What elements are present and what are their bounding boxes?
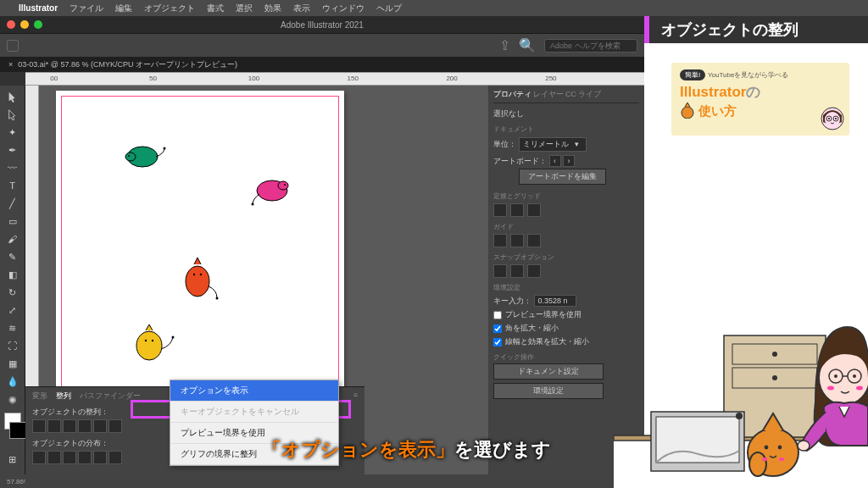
menu-view[interactable]: 表示 bbox=[293, 3, 310, 14]
blend-tool[interactable]: ◉ bbox=[3, 391, 22, 407]
snap-pixel-icon[interactable] bbox=[527, 264, 541, 278]
svg-point-15 bbox=[172, 336, 175, 339]
grid-icon[interactable] bbox=[510, 203, 524, 217]
distribute-top-icon[interactable] bbox=[32, 451, 46, 464]
align-left-icon[interactable] bbox=[32, 419, 46, 433]
no-selection-label: 選択なし bbox=[493, 108, 639, 119]
wand-tool[interactable]: ✦ bbox=[3, 125, 22, 140]
help-search[interactable] bbox=[544, 39, 637, 53]
align-hcenter-icon[interactable] bbox=[47, 419, 61, 433]
menu-help[interactable]: ヘルプ bbox=[376, 3, 402, 14]
ruler-horizontal: 00 50 100 150 200 250 bbox=[25, 72, 644, 86]
screen-mode-icon[interactable]: ⊞ bbox=[3, 452, 22, 467]
tab-align[interactable]: 整列 bbox=[56, 391, 71, 402]
menu-app[interactable]: Illustrator bbox=[19, 3, 58, 13]
tab-layers[interactable]: レイヤー bbox=[533, 89, 564, 100]
search-icon[interactable]: 🔍 bbox=[519, 37, 536, 53]
scale-tool[interactable]: ⤢ bbox=[3, 302, 22, 318]
svg-point-1 bbox=[125, 152, 136, 161]
unit-select[interactable]: ミリメートル ▾ bbox=[519, 137, 587, 152]
width-tool[interactable]: ≋ bbox=[3, 320, 22, 336]
gradient-tool[interactable]: ▦ bbox=[3, 356, 22, 371]
direct-selection-tool[interactable] bbox=[3, 107, 22, 122]
selection-tool[interactable] bbox=[3, 89, 22, 104]
minimize-icon[interactable] bbox=[20, 20, 29, 29]
art-object[interactable] bbox=[183, 256, 219, 302]
svg-point-50 bbox=[856, 386, 863, 391]
align-top-icon[interactable] bbox=[78, 419, 92, 433]
panel-menu-icon[interactable]: ≡ bbox=[353, 391, 358, 402]
free-transform-tool[interactable]: ⛶ bbox=[3, 338, 22, 353]
align-right-icon[interactable] bbox=[63, 419, 76, 433]
align-vcenter-icon[interactable] bbox=[93, 419, 107, 433]
ruler-icon[interactable] bbox=[493, 203, 507, 217]
svg-point-10 bbox=[200, 274, 202, 275]
art-object[interactable] bbox=[251, 175, 293, 206]
pen-tool[interactable]: ✒ bbox=[3, 142, 22, 158]
brush-tool[interactable]: 🖌 bbox=[3, 231, 22, 247]
snap-grid-icon[interactable] bbox=[510, 264, 524, 278]
svg-point-41 bbox=[762, 458, 767, 461]
transparency-grid-icon[interactable] bbox=[527, 203, 541, 217]
distribute-vcenter-icon[interactable] bbox=[47, 451, 61, 464]
distribute-right-icon[interactable] bbox=[108, 451, 122, 464]
close-tab-icon[interactable]: × bbox=[8, 60, 13, 69]
menu-file[interactable]: ファイル bbox=[70, 3, 103, 14]
menu-cancel-key-object: キーオブジェクトをキャンセル bbox=[170, 402, 338, 423]
rotate-tool[interactable]: ↻ bbox=[3, 285, 22, 300]
svg-point-13 bbox=[145, 340, 147, 341]
menu-edit[interactable]: 編集 bbox=[115, 3, 132, 14]
tutorial-subtitle: 「オプションを表示」を選びます bbox=[263, 437, 551, 463]
menu-window[interactable]: ウィンドウ bbox=[322, 3, 364, 14]
menu-object[interactable]: オブジェクト bbox=[144, 3, 195, 14]
snap-point-icon[interactable] bbox=[493, 264, 507, 278]
artboard-prev-icon[interactable]: ‹ bbox=[549, 155, 561, 167]
edit-artboard-button[interactable]: アートボードを編集 bbox=[519, 169, 606, 185]
guide-lock-icon[interactable] bbox=[510, 234, 524, 247]
share-icon[interactable]: ⇪ bbox=[499, 37, 510, 53]
distribute-hcenter-icon[interactable] bbox=[93, 451, 107, 464]
preferences-button[interactable]: 環境設定 bbox=[493, 383, 604, 399]
svg-point-40 bbox=[778, 446, 782, 450]
svg-point-26 bbox=[835, 118, 837, 119]
tab-cclib[interactable]: CC ライブ bbox=[565, 89, 602, 100]
svg-point-20 bbox=[682, 107, 693, 119]
document-setup-button[interactable]: ドキュメント設定 bbox=[493, 363, 604, 380]
shaper-tool[interactable]: ✎ bbox=[3, 249, 22, 264]
menu-show-options[interactable]: オプションを表示 bbox=[170, 380, 338, 402]
type-tool[interactable]: T bbox=[3, 178, 22, 193]
distribute-left-icon[interactable] bbox=[78, 451, 92, 464]
svg-point-7 bbox=[252, 203, 254, 206]
line-tool[interactable]: ╱ bbox=[3, 196, 22, 211]
svg-point-38 bbox=[749, 452, 766, 476]
close-icon[interactable] bbox=[7, 20, 15, 29]
eyedropper-tool[interactable]: 💧 bbox=[3, 374, 22, 389]
illustration bbox=[614, 276, 868, 488]
promo-card: 簡単! YouTubeを見ながら学べる Illustratorの 使い方 bbox=[671, 63, 849, 136]
align-bottom-icon[interactable] bbox=[108, 419, 122, 433]
distribute-bottom-icon[interactable] bbox=[63, 451, 76, 464]
eraser-tool[interactable]: ◧ bbox=[3, 267, 22, 282]
key-input-field[interactable]: 0.3528 n bbox=[534, 295, 576, 307]
curvature-tool[interactable]: 〰 bbox=[3, 160, 22, 175]
document-section: ドキュメント bbox=[493, 125, 639, 134]
svg-point-51 bbox=[798, 441, 810, 451]
menu-select[interactable]: 選択 bbox=[236, 3, 253, 14]
smart-guide-icon[interactable] bbox=[527, 234, 541, 247]
art-object[interactable] bbox=[132, 324, 175, 364]
home-icon[interactable] bbox=[7, 40, 19, 52]
artboard-next-icon[interactable]: › bbox=[563, 155, 575, 167]
art-object[interactable] bbox=[124, 141, 166, 170]
svg-point-8 bbox=[186, 266, 209, 297]
menu-effect[interactable]: 効果 bbox=[264, 3, 281, 14]
zoom-icon[interactable] bbox=[34, 20, 42, 29]
svg-point-5 bbox=[278, 181, 288, 190]
menu-type[interactable]: 書式 bbox=[207, 3, 224, 14]
stroke-swatch[interactable] bbox=[9, 422, 26, 439]
rect-tool[interactable]: ▭ bbox=[3, 214, 22, 229]
svg-point-14 bbox=[152, 340, 153, 341]
document-tab[interactable]: × 03-03.ai* @ 57.86 % (CMYK/CPU オーバープリント… bbox=[0, 57, 644, 72]
guide-show-icon[interactable] bbox=[493, 234, 507, 247]
tab-properties[interactable]: プロパティ bbox=[493, 89, 531, 100]
tab-transform[interactable]: 変形 bbox=[32, 391, 47, 402]
